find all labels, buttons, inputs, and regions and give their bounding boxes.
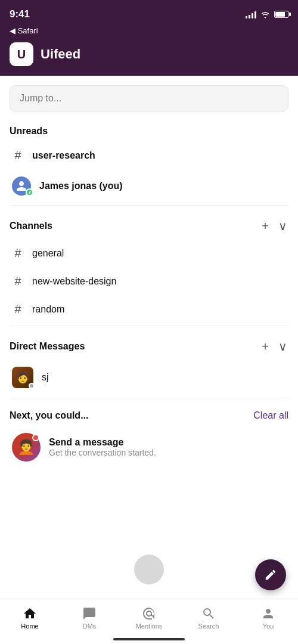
signal-icon bbox=[246, 10, 256, 18]
user-name: James jonas (you) bbox=[39, 181, 123, 191]
channel-label: general bbox=[32, 248, 64, 259]
wifi-icon bbox=[260, 10, 271, 18]
dm-name: sj bbox=[42, 372, 49, 383]
app-title: Uifeed bbox=[41, 47, 80, 62]
nav-you-label: You bbox=[263, 623, 274, 630]
person-icon bbox=[261, 606, 275, 621]
nav-dms-label: DMs bbox=[83, 623, 97, 630]
jump-to-input[interactable] bbox=[10, 85, 288, 112]
home-icon bbox=[23, 606, 37, 621]
offline-dot bbox=[29, 383, 35, 389]
dm-title: Direct Messages bbox=[10, 341, 85, 352]
divider-1 bbox=[10, 205, 288, 206]
unreads-section-header: Unreads bbox=[0, 116, 298, 141]
hash-icon: # bbox=[12, 302, 24, 316]
suggestion-subtitle: Get the conversation started. bbox=[49, 448, 156, 457]
channels-actions: + ∨ bbox=[260, 218, 288, 234]
channels-section-header: Channels + ∨ bbox=[0, 208, 298, 239]
status-time: 9:41 bbox=[10, 8, 30, 20]
channel-random[interactable]: # random bbox=[0, 295, 298, 323]
unread-user-item[interactable]: James jonas (you) bbox=[0, 169, 298, 203]
suggestion-card[interactable]: 🧑‍🦱 Send a message Get the conversation … bbox=[0, 426, 298, 469]
dm-avatar: 🧑 bbox=[12, 367, 33, 388]
channel-label: random bbox=[32, 304, 64, 315]
nav-home[interactable]: Home bbox=[6, 604, 54, 632]
dm-sj[interactable]: 🧑 sj bbox=[0, 360, 298, 395]
app-header: U Uifeed bbox=[0, 38, 298, 76]
add-channel-button[interactable]: + bbox=[260, 218, 270, 234]
bottom-nav: Home DMs Mentions Search You bbox=[0, 599, 298, 644]
at-icon bbox=[142, 606, 156, 621]
suggestion-title: Send a message bbox=[49, 437, 156, 448]
next-title: Next, you could... bbox=[10, 410, 88, 421]
notification-dot bbox=[32, 434, 39, 441]
divider-3 bbox=[10, 398, 288, 398]
channels-title: Channels bbox=[10, 221, 52, 231]
search-container bbox=[0, 76, 298, 116]
channel-general[interactable]: # general bbox=[0, 239, 298, 267]
next-section-header: Next, you could... Clear all bbox=[0, 401, 298, 426]
gesture-overlay bbox=[134, 555, 164, 584]
status-icons bbox=[246, 10, 288, 18]
nav-mentions-label: Mentions bbox=[136, 623, 163, 630]
unreads-title: Unreads bbox=[10, 126, 48, 137]
compose-icon bbox=[264, 568, 277, 581]
compose-fab[interactable] bbox=[255, 559, 286, 590]
add-dm-button[interactable]: + bbox=[260, 339, 270, 355]
divider-2 bbox=[10, 326, 288, 326]
channel-label: new-website-design bbox=[32, 276, 116, 287]
unread-channel-item[interactable]: # user-research bbox=[0, 141, 298, 169]
channel-name: user-research bbox=[32, 150, 95, 161]
chat-icon bbox=[82, 606, 97, 621]
nav-mentions[interactable]: Mentions bbox=[125, 604, 173, 632]
app-logo: U bbox=[10, 42, 33, 66]
dm-section-header: Direct Messages + ∨ bbox=[0, 329, 298, 360]
user-you-badge bbox=[26, 188, 33, 196]
nav-search[interactable]: Search bbox=[185, 604, 232, 632]
hash-icon: # bbox=[12, 148, 24, 162]
nav-home-label: Home bbox=[21, 623, 38, 630]
back-arrow[interactable]: ◀ Safari bbox=[10, 26, 38, 35]
search-icon bbox=[201, 606, 216, 621]
collapse-dm-button[interactable]: ∨ bbox=[277, 338, 288, 355]
nav-you[interactable]: You bbox=[244, 604, 292, 632]
suggestion-text: Send a message Get the conversation star… bbox=[49, 437, 156, 457]
hash-icon: # bbox=[12, 274, 24, 288]
battery-icon bbox=[274, 11, 288, 18]
status-bar: 9:41 bbox=[0, 0, 298, 26]
collapse-channels-button[interactable]: ∨ bbox=[277, 218, 288, 234]
suggestion-avatar: 🧑‍🦱 bbox=[12, 433, 41, 462]
back-bar: ◀ Safari bbox=[0, 26, 298, 38]
channel-new-website-design[interactable]: # new-website-design bbox=[0, 267, 298, 295]
home-indicator bbox=[113, 638, 185, 640]
hash-icon: # bbox=[12, 246, 24, 260]
nav-dms[interactable]: DMs bbox=[66, 604, 113, 632]
nav-search-label: Search bbox=[198, 623, 219, 630]
dm-actions: + ∨ bbox=[260, 338, 288, 355]
clear-all-button[interactable]: Clear all bbox=[253, 410, 288, 421]
